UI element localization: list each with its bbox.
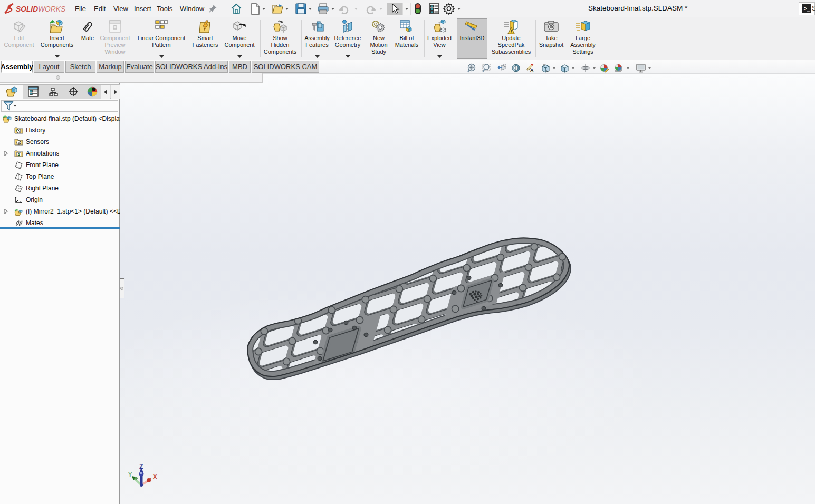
svg-text:Y: Y (128, 471, 132, 478)
svg-text:WORKS: WORKS (38, 5, 66, 13)
svg-text:X: X (153, 473, 157, 480)
svg-text:A: A (17, 152, 21, 157)
svg-text:A: A (530, 67, 534, 73)
svg-text:SOLID: SOLID (16, 5, 38, 13)
